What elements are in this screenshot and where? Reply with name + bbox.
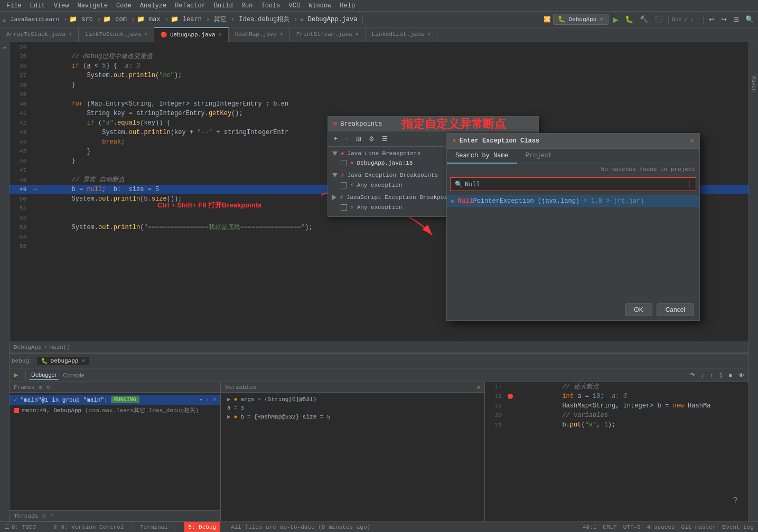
menu-vcs[interactable]: VCS (285, 1, 305, 11)
watches-button[interactable]: 👁 (736, 370, 746, 379)
breadcrumb-class[interactable]: DebugApp (14, 344, 42, 350)
bp-remove-button[interactable]: − (342, 134, 351, 144)
status-indent[interactable]: 4 spaces (647, 524, 675, 530)
breadcrumb-idea[interactable]: Idea_debug相关 (237, 14, 292, 25)
bp-checkbox-exception[interactable] (341, 182, 347, 188)
breadcrumb-project[interactable]: JavaBasicLearn (8, 15, 61, 24)
tab-linkedlist[interactable]: LinkedList.java × (366, 27, 437, 42)
expand-down-icon (332, 151, 338, 156)
breadcrumb-method[interactable]: main() (49, 344, 70, 350)
var-expand-b[interactable]: ▶ (227, 413, 231, 420)
debugger-tab[interactable]: Debugger (29, 370, 59, 380)
threads-sort-icon[interactable]: ≡ (50, 513, 54, 519)
tab-close-hashmap[interactable]: × (280, 32, 283, 37)
status-debug[interactable]: 5: Debug (184, 522, 220, 533)
var-b-name: b (240, 414, 244, 420)
tab-close-arraytostack[interactable]: × (69, 32, 72, 37)
menu-view[interactable]: View (50, 1, 73, 11)
tab-arraytostack[interactable]: ArrayToStack.java × (0, 27, 79, 42)
debug-toolbar: ▶ Debugger Console ↷ ↓ ↑ ⤵ ≡ 👁 (10, 368, 748, 382)
breadcrumb-max[interactable]: max (147, 15, 163, 24)
dropdown-icon[interactable]: ▾ (600, 15, 603, 23)
bp-expand-button[interactable]: ⊞ (353, 134, 364, 144)
debug-resume-button[interactable]: ▶ (12, 370, 20, 379)
status-terminal[interactable]: Terminal (140, 524, 168, 530)
var-item-b[interactable]: ▶ ● b = {HashMap@532} size = 5 (221, 412, 484, 421)
tab-linktostack[interactable]: LinkToStack.java × (79, 27, 154, 42)
menu-refactor[interactable]: Refactor (171, 1, 210, 11)
status-encoding[interactable]: UTF-8 (623, 524, 641, 530)
frame-item-main-49[interactable]: main:49, DebugApp (com.max.learn其它.Idea_… (10, 405, 220, 416)
search-everywhere-button[interactable]: 🔍 (743, 14, 756, 24)
step-out-button[interactable]: ↑ (708, 370, 715, 379)
var-item-a[interactable]: a = 3 (221, 404, 484, 412)
menu-analyze[interactable]: Analyze (136, 1, 171, 11)
exception-search-input[interactable] (465, 180, 685, 188)
tab-hashmap[interactable]: HashMap.java × (229, 27, 290, 42)
bp-add-button[interactable]: + (331, 134, 340, 144)
threads-section: Threads ⊕ ≡ (10, 510, 220, 521)
tab-close-linktostack[interactable]: × (144, 32, 147, 37)
status-git[interactable]: Git master (681, 524, 716, 530)
breadcrumb-com[interactable]: com (113, 15, 129, 24)
menu-help[interactable]: Help (335, 1, 359, 11)
tab-close-printstream[interactable]: × (355, 32, 359, 37)
exception-ok-button[interactable]: OK (625, 303, 652, 316)
bp-checkbox-debugapp[interactable] (341, 160, 347, 166)
menu-file[interactable]: File (2, 1, 26, 11)
window-button[interactable]: ⊞ (731, 14, 741, 24)
step-over-button[interactable]: ↷ (688, 370, 697, 379)
menu-tools[interactable]: Tools (257, 1, 285, 11)
step-into-button[interactable]: ↓ (699, 370, 706, 379)
exception-cancel-button[interactable]: Cancel (657, 303, 694, 316)
bp-checkbox-js[interactable] (341, 204, 347, 211)
menu-code[interactable]: Code (112, 1, 136, 11)
status-vc[interactable]: ⑨ 9: Version Control (52, 524, 124, 530)
status-event-log[interactable]: Event Log (723, 524, 754, 530)
run-button[interactable]: ▶ (611, 14, 621, 25)
frames-label: Frames (14, 384, 35, 391)
forward-button[interactable]: ↪ (719, 14, 729, 24)
var-expand-args[interactable]: ▶ (227, 396, 231, 403)
status-todo[interactable]: ☰ 8: TODO (4, 524, 36, 530)
help-icon[interactable]: ? (733, 496, 738, 506)
debug-session-close[interactable]: × (81, 358, 85, 364)
bp-view-button[interactable]: ☰ (379, 134, 390, 144)
breadcrumb-file[interactable]: DebugApp.java (306, 15, 360, 24)
tab-close-linkedlist[interactable]: × (427, 32, 431, 37)
exception-dialog-close[interactable]: × (690, 137, 694, 145)
bp-settings-button[interactable]: ⚙ (366, 134, 377, 144)
run-to-cursor-button[interactable]: ⤵ (717, 370, 725, 379)
frame-item-main-running[interactable]: ✓ "main"@1 in group "main": RUNNING ▾ ↑ … (10, 395, 220, 405)
frames-sort-icon[interactable]: ⇅ (46, 384, 50, 391)
frame-dropdown-icon[interactable]: ▾ (199, 396, 203, 403)
exc-tab-search-by-name[interactable]: Search by Name (447, 149, 517, 164)
breakpoint-18-icon[interactable] (508, 394, 513, 399)
status-line-ending[interactable]: CRLF (603, 524, 616, 530)
console-tab[interactable]: Console (61, 371, 86, 379)
menu-run[interactable]: Run (237, 1, 257, 11)
debug-button[interactable]: 🐛 (623, 14, 635, 24)
status-separator: | (42, 524, 46, 530)
frame-up-icon[interactable]: ↑ (206, 397, 210, 403)
tab-debugapp[interactable]: 🔴 DebugApp.java × (154, 27, 229, 42)
breadcrumb-learn[interactable]: learn (181, 15, 204, 24)
stop-button[interactable]: ⬛ (652, 14, 665, 24)
frame-filter-icon[interactable]: ≡ (212, 397, 216, 403)
variables-expand-icon[interactable]: ⊕ (476, 384, 480, 391)
git-push-icon: ↑ (696, 16, 700, 23)
menu-navigate[interactable]: Navigate (73, 1, 112, 11)
evaluate-button[interactable]: ≡ (727, 370, 734, 379)
build-button[interactable]: 🔨 (638, 14, 650, 24)
back-button[interactable]: ↩ (707, 14, 717, 24)
breadcrumb-src[interactable]: src (79, 15, 95, 24)
breadcrumb-qita[interactable]: 其它 (212, 14, 229, 25)
tab-printstream[interactable]: PrintStream.java × (290, 27, 366, 42)
menu-build[interactable]: Build (210, 1, 237, 11)
menu-window[interactable]: Window (304, 1, 335, 11)
var-item-args[interactable]: ▶ ● args = {String[0]@531} (221, 395, 484, 404)
exc-tab-project[interactable]: Project (517, 149, 560, 164)
exception-result-item[interactable]: ⊞ NullPointerException (java.lang) < 1.8… (447, 195, 699, 207)
menu-edit[interactable]: Edit (26, 1, 50, 11)
tab-close-debugapp[interactable]: × (219, 32, 222, 38)
